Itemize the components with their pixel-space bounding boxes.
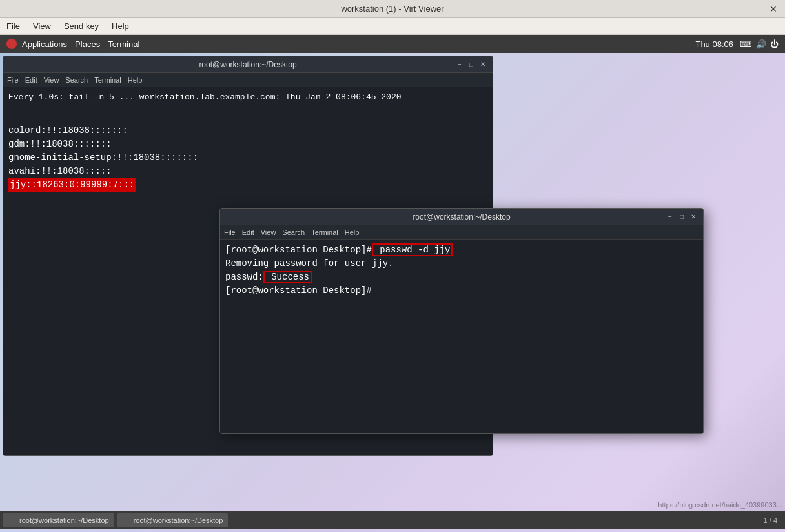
terminal1-line2	[8, 110, 487, 124]
terminal1-minimize[interactable]: −	[455, 60, 464, 69]
taskbar-label-2: root@workstation:~/Desktop	[134, 517, 223, 524]
gnome-left-section: Applications Places Terminal	[6, 39, 139, 49]
terminal1-jjy-line: jjy::18263:0:99999:7:::	[8, 178, 136, 192]
terminal1-highlighted-line: jjy::18263:0:99999:7:::	[8, 178, 487, 192]
terminal2-success-highlighted: Success	[263, 271, 312, 283]
watermark: https://blog.csdn.net/baidu_40399033...	[655, 500, 785, 510]
gnome-right-section: Thu 08:06 ⌨ 🔊 ⏻	[695, 39, 779, 49]
terminal2-maximize[interactable]: □	[677, 212, 686, 221]
terminal2-line1: [root@workstation Desktop]# passwd -d jj…	[225, 243, 698, 257]
terminal1-close[interactable]: ✕	[478, 60, 487, 69]
terminal2-close[interactable]: ✕	[689, 212, 698, 221]
terminal2-passwd-prefix: passwd:	[225, 272, 263, 282]
outer-window-title: workstation (1) - Virt Viewer	[18, 4, 767, 14]
t2-menu-search[interactable]: Search	[282, 229, 305, 236]
t2-menu-edit[interactable]: Edit	[242, 229, 254, 236]
terminal2-menubar: File Edit View Search Terminal Help	[220, 225, 703, 240]
t1-menu-help[interactable]: Help	[128, 76, 143, 84]
taskbar-icon-1	[8, 516, 17, 525]
desktop-area: root@workstation:~/Desktop − □ ✕ File Ed…	[0, 53, 785, 529]
gnome-system-icons: ⌨ 🔊 ⏻	[740, 39, 779, 49]
t1-menu-view[interactable]: View	[44, 76, 59, 84]
power-icon: ⏻	[770, 39, 779, 49]
taskbar-counter: 1 / 4	[764, 517, 782, 524]
menu-help[interactable]: Help	[108, 20, 133, 32]
terminal2-prompt2: [root@workstation Desktop]#	[225, 285, 372, 296]
terminal2-titlebar: root@workstation:~/Desktop − □ ✕	[220, 209, 703, 225]
terminal2-cmd-highlighted: passwd -d jjy	[372, 243, 453, 256]
terminal2-minimize[interactable]: −	[666, 212, 675, 221]
taskbar-item-2[interactable]: root@workstation:~/Desktop	[117, 513, 229, 527]
terminal2-wm-buttons: − □ ✕	[666, 212, 698, 221]
terminal2-content[interactable]: [root@workstation Desktop]# passwd -d jj…	[220, 240, 703, 433]
terminal1-line6: avahi:!!:18038:::::	[8, 165, 487, 178]
menu-view[interactable]: View	[29, 20, 55, 32]
gnome-top-bar: Applications Places Terminal Thu 08:06 ⌨…	[0, 35, 785, 53]
keyboard-icon: ⌨	[740, 39, 752, 49]
menu-sendkey[interactable]: Send key	[60, 20, 103, 32]
gnome-applications-label[interactable]: Applications	[22, 39, 67, 49]
terminal2-line4: [root@workstation Desktop]#	[225, 284, 698, 298]
terminal2-line2: Removing password for user jjy.	[225, 257, 698, 271]
t1-menu-file[interactable]: File	[7, 76, 19, 84]
outer-title-bar: workstation (1) - Virt Viewer ✕	[0, 0, 785, 18]
terminal2-line3: passwd: Success	[225, 271, 698, 284]
terminal-window-2: root@workstation:~/Desktop − □ ✕ File Ed…	[219, 208, 704, 434]
t1-menu-edit[interactable]: Edit	[25, 76, 37, 84]
taskbar-item-1[interactable]: root@workstation:~/Desktop	[3, 513, 114, 527]
terminal1-title: root@workstation:~/Desktop	[41, 60, 455, 69]
menu-file[interactable]: File	[3, 20, 24, 32]
gnome-places-label[interactable]: Places	[75, 39, 100, 49]
taskbar: root@workstation:~/Desktop root@workstat…	[0, 511, 785, 529]
terminal1-maximize[interactable]: □	[467, 60, 476, 69]
terminal1-wm-buttons: − □ ✕	[455, 60, 487, 69]
t2-menu-view[interactable]: View	[261, 229, 276, 236]
t1-menu-search[interactable]: Search	[65, 76, 88, 84]
t2-menu-file[interactable]: File	[224, 229, 236, 236]
terminal1-line5: gnome-initial-setup:!!:18038:::::::	[8, 151, 487, 165]
volume-icon: 🔊	[756, 39, 766, 49]
outer-close-button[interactable]: ✕	[767, 4, 780, 14]
taskbar-label-1: root@workstation:~/Desktop	[19, 517, 109, 524]
terminal1-line4: gdm:!!:18038:::::::	[8, 138, 487, 151]
gnome-applications[interactable]: Applications	[6, 39, 67, 49]
gnome-clock: Thu 08:06	[695, 39, 733, 49]
t2-menu-terminal[interactable]: Terminal	[311, 229, 338, 236]
terminal1-line3: colord:!!:18038:::::::	[8, 124, 487, 138]
terminal1-titlebar: root@workstation:~/Desktop − □ ✕	[3, 56, 493, 73]
terminal2-prompt1: [root@workstation Desktop]#	[225, 245, 372, 255]
terminal1-line1: Every 1.0s: tail -n 5 ... workstation.la…	[8, 91, 487, 104]
taskbar-icon-2	[122, 516, 131, 525]
terminal1-menubar: File Edit View Search Terminal Help	[3, 73, 493, 87]
outer-menu-bar: File View Send key Help	[0, 18, 785, 35]
terminal2-title: root@workstation:~/Desktop	[258, 212, 666, 221]
t2-menu-help[interactable]: Help	[345, 229, 360, 236]
gnome-terminal-label[interactable]: Terminal	[108, 39, 139, 49]
gnome-app-icon	[6, 39, 17, 49]
t1-menu-terminal[interactable]: Terminal	[94, 76, 121, 84]
